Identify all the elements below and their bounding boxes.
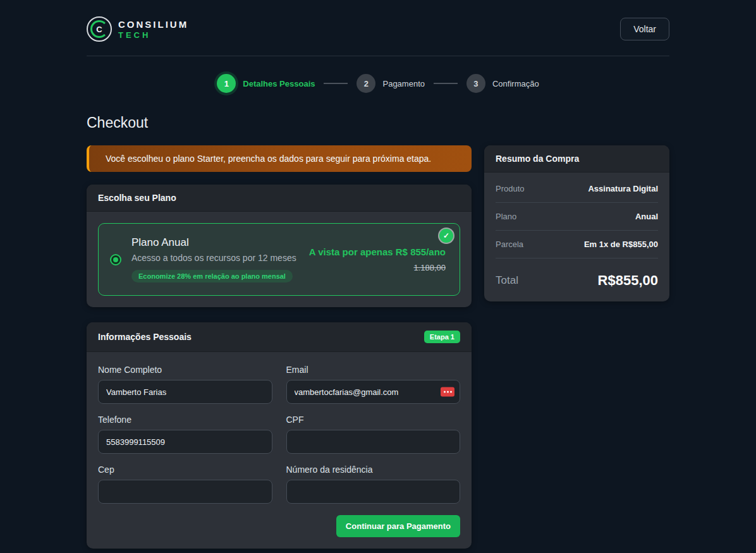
right-column: Resumo da Compra Produto Assinatura Digi… bbox=[484, 145, 669, 301]
check-circle-icon: ✓ bbox=[439, 229, 453, 243]
summary-row-parcela: Parcela Em 1x de R$855,00 bbox=[496, 231, 658, 258]
field-nome-completo: Nome Completo bbox=[98, 365, 272, 404]
etapa-badge: Etapa 1 bbox=[424, 331, 460, 343]
back-button[interactable]: Voltar bbox=[620, 18, 669, 40]
header: C CONSILIUM TECH Voltar bbox=[87, 16, 669, 56]
summary-total-row: Total R$855,00 bbox=[496, 258, 658, 289]
plan-price-block: A vista por apenas R$ 855/ano 1.188,00 bbox=[309, 246, 448, 272]
personal-info-body: Nome Completo Email bbox=[87, 352, 472, 549]
step-connector bbox=[324, 83, 348, 84]
plan-option-anual[interactable]: Plano Anual Acesso a todos os recursos p… bbox=[98, 223, 460, 296]
email-input[interactable] bbox=[286, 380, 461, 404]
personal-info-title: Informações Pessoais bbox=[98, 332, 192, 342]
plan-info: Plano Anual Acesso a todos os recursos p… bbox=[131, 236, 296, 283]
summary-label: Parcela bbox=[496, 240, 523, 249]
field-telefone: Telefone bbox=[98, 415, 272, 454]
plan-card: Escolha seu Plano Plano Anual Acesso a t… bbox=[87, 185, 472, 307]
plan-name: Plano Anual bbox=[131, 236, 296, 249]
summary-value: Assinatura Digital bbox=[588, 184, 658, 193]
page-title: Checkout bbox=[87, 114, 669, 131]
cep-label: Cep bbox=[98, 465, 272, 475]
numero-residencia-input[interactable] bbox=[286, 480, 461, 504]
telefone-label: Telefone bbox=[98, 415, 272, 425]
plan-card-header: Escolha seu Plano bbox=[87, 185, 472, 212]
summary-header: Resumo da Compra bbox=[484, 145, 669, 173]
consilium-logo-icon: C bbox=[87, 16, 112, 42]
plan-old-price: 1.188,00 bbox=[309, 263, 446, 272]
summary-label: Produto bbox=[496, 184, 525, 193]
cpf-input[interactable] bbox=[286, 430, 461, 454]
plan-savings-badge: Economize 28% em relação ao plano mensal bbox=[131, 270, 293, 283]
cep-input[interactable] bbox=[98, 480, 272, 504]
left-column: Você escolheu o plano Starter, preencha … bbox=[87, 145, 472, 549]
form-actions: Continuar para Pagamento bbox=[98, 515, 460, 537]
email-label: Email bbox=[286, 365, 461, 375]
summary-title: Resumo da Compra bbox=[496, 154, 579, 164]
logo-letter: C bbox=[90, 20, 108, 38]
nome-completo-label: Nome Completo bbox=[98, 365, 272, 375]
personal-info-header: Informações Pessoais Etapa 1 bbox=[87, 322, 472, 352]
telefone-input[interactable] bbox=[98, 430, 272, 454]
step-confirmacao[interactable]: 3 Confirmação bbox=[466, 74, 539, 93]
step-1-label: Detalhes Pessoais bbox=[243, 79, 315, 88]
plan-card-title: Escolha seu Plano bbox=[98, 193, 176, 203]
brand-name: CONSILIUM bbox=[118, 19, 188, 30]
summary-row-plano: Plano Anual bbox=[496, 203, 658, 231]
step-pagamento[interactable]: 2 Pagamento bbox=[357, 74, 425, 93]
summary-value: Em 1x de R$855,00 bbox=[584, 240, 658, 249]
form-grid: Nome Completo Email bbox=[98, 365, 460, 504]
total-value: R$855,00 bbox=[598, 272, 658, 289]
field-cpf: CPF bbox=[286, 415, 461, 454]
brand-text: CONSILIUM TECH bbox=[118, 19, 188, 40]
plan-card-body: Plano Anual Acesso a todos os recursos p… bbox=[87, 212, 472, 307]
total-label: Total bbox=[496, 274, 518, 287]
summary-value: Anual bbox=[635, 212, 658, 221]
summary-row-produto: Produto Assinatura Digital bbox=[496, 175, 658, 203]
step-connector bbox=[434, 83, 458, 84]
step-3-label: Confirmação bbox=[492, 79, 539, 88]
step-3-circle[interactable]: 3 bbox=[466, 74, 485, 93]
numero-residencia-label: Número da residência bbox=[286, 465, 461, 475]
content: Você escolheu o plano Starter, preencha … bbox=[87, 145, 669, 549]
nome-completo-input[interactable] bbox=[98, 380, 272, 404]
step-2-circle[interactable]: 2 bbox=[357, 74, 375, 93]
plan-radio-selected[interactable] bbox=[110, 254, 121, 265]
field-cep: Cep bbox=[98, 465, 272, 504]
checkout-page: C CONSILIUM TECH Voltar 1 Detalhes Pesso… bbox=[87, 0, 669, 553]
brand-subname: TECH bbox=[118, 30, 188, 40]
field-numero-residencia: Número da residência bbox=[286, 465, 461, 504]
brand: C CONSILIUM TECH bbox=[87, 16, 188, 42]
personal-info-card: Informações Pessoais Etapa 1 Nome Comple… bbox=[87, 322, 472, 549]
cpf-label: CPF bbox=[286, 415, 461, 425]
step-detalhes-pessoais[interactable]: 1 Detalhes Pessoais bbox=[217, 74, 315, 93]
password-manager-icon[interactable] bbox=[441, 387, 454, 397]
plan-price: A vista por apenas R$ 855/ano bbox=[309, 246, 446, 257]
step-2-label: Pagamento bbox=[382, 79, 425, 88]
order-summary-card: Resumo da Compra Produto Assinatura Digi… bbox=[484, 145, 669, 301]
summary-label: Plano bbox=[496, 212, 516, 221]
step-1-circle[interactable]: 1 bbox=[217, 74, 236, 93]
field-email: Email bbox=[286, 365, 461, 404]
checkout-stepper: 1 Detalhes Pessoais 2 Pagamento 3 Confir… bbox=[87, 74, 669, 93]
continue-to-payment-button[interactable]: Continuar para Pagamento bbox=[336, 515, 460, 537]
plan-description: Acesso a todos os recursos por 12 meses bbox=[131, 253, 296, 263]
summary-body: Produto Assinatura Digital Plano Anual P… bbox=[484, 173, 669, 301]
plan-alert-banner: Você escolheu o plano Starter, preencha … bbox=[87, 145, 472, 172]
